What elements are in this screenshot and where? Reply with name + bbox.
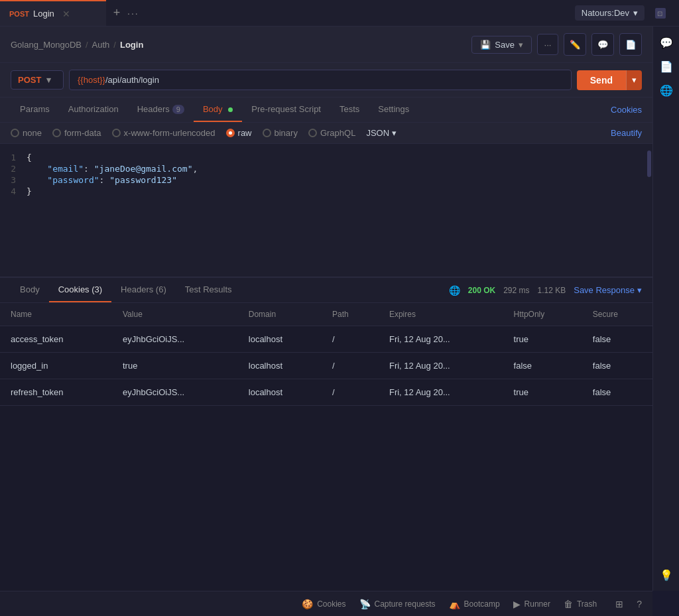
body-options: none form-data x-www-form-urlencoded raw… (0, 123, 652, 144)
tab-authorization[interactable]: Authorization (59, 97, 128, 122)
table-row[interactable]: refresh_token eyJhbGciOiJS... localhost … (0, 379, 652, 406)
body-options-list: none form-data x-www-form-urlencoded raw… (11, 128, 397, 138)
cell-domain-3: localhost (238, 379, 322, 406)
edit-button[interactable]: ✏️ (564, 33, 586, 56)
option-form-data[interactable]: form-data (52, 128, 101, 138)
request-tabs: Params Authorization Headers9 Body Pre-r… (0, 97, 652, 123)
body-dot-indicator (228, 107, 233, 112)
grid-icon: ⊞ (615, 599, 623, 609)
send-label: Send (590, 75, 613, 86)
option-graphql[interactable]: GraphQL (308, 128, 355, 138)
breadcrumb-part-2[interactable]: Auth (92, 40, 110, 50)
workspace-selector[interactable]: Natours:Dev ▾ (575, 5, 645, 21)
globe-icon: 🌐 (449, 285, 460, 296)
cell-name-1: access_token (0, 326, 112, 353)
table-row[interactable]: logged_in true localhost / Fri, 12 Aug 2… (0, 353, 652, 379)
tab-title: Login (33, 9, 54, 19)
cell-secure-3: false (582, 379, 652, 406)
sync-button[interactable]: ⊡ (650, 3, 671, 24)
breadcrumb-part-1[interactable]: Golang_MongoDB (11, 40, 82, 50)
send-dropdown-button[interactable]: ▾ (626, 70, 642, 90)
save-icon: 💾 (480, 40, 491, 50)
col-name: Name (0, 303, 112, 326)
history-button[interactable]: 📄 (619, 33, 642, 56)
capture-icon: 📡 (359, 599, 371, 609)
bottom-bootcamp[interactable]: ⛺ Bootcamp (449, 599, 500, 609)
sync-icon: ⊡ (655, 8, 666, 19)
res-tab-body[interactable]: Body (11, 278, 49, 302)
sidebar-doc-icon[interactable]: 📄 (656, 56, 677, 77)
editor-scrollbar-thumb (647, 151, 651, 177)
table-row[interactable]: access_token eyJhbGciOiJS... localhost /… (0, 326, 652, 353)
option-urlencoded[interactable]: x-www-form-urlencoded (112, 128, 216, 138)
radio-graphql-icon (308, 129, 317, 137)
url-field[interactable]: {{host}} /api/auth/login (69, 70, 572, 90)
tab-overflow-button[interactable]: ··· (127, 8, 139, 19)
tab-tests[interactable]: Tests (330, 97, 369, 122)
url-template-part: {{host}} (78, 75, 105, 85)
right-sidebar: 💬 📄 🌐 💡 (652, 27, 679, 591)
bottom-cookies[interactable]: 🍪 Cookies (302, 599, 345, 609)
cell-domain-1: localhost (238, 326, 322, 353)
tab-settings[interactable]: Settings (369, 97, 418, 122)
option-none[interactable]: none (11, 128, 42, 138)
radio-none-icon (11, 129, 19, 137)
cookies-icon: 🍪 (302, 599, 313, 609)
res-tab-test-results[interactable]: Test Results (176, 278, 241, 302)
cell-path-3: / (322, 379, 379, 406)
send-button[interactable]: Send (577, 70, 626, 90)
tab-close-icon[interactable]: ✕ (62, 9, 70, 19)
code-editor[interactable]: 1 { 2 "email": "janeDoe@gmail.com", 3 "p… (0, 144, 652, 277)
tab-body[interactable]: Body (194, 97, 242, 122)
cell-httponly-1: true (503, 326, 582, 353)
new-tab-button[interactable]: + (106, 3, 127, 24)
bottom-capture[interactable]: 📡 Capture requests (359, 599, 436, 609)
active-tab[interactable]: POST Login ✕ (0, 0, 106, 26)
comment-icon: 💬 (597, 40, 609, 50)
trash-icon: 🗑 (564, 599, 573, 609)
bottom-trash[interactable]: 🗑 Trash (564, 599, 597, 609)
main-layout: Golang_MongoDB / Auth / Login 💾 Save ▾ ·… (0, 27, 679, 616)
sidebar-chat-icon[interactable]: 💬 (656, 32, 677, 53)
document-icon: 📄 (625, 40, 637, 50)
code-line-1: 1 { (0, 152, 652, 163)
svg-text:⊡: ⊡ (657, 10, 662, 17)
res-tab-cookies[interactable]: Cookies (3) (49, 278, 111, 302)
sidebar-bulb-icon[interactable]: 💡 (656, 564, 677, 585)
url-bar: POST ▾ {{host}} /api/auth/login Send ▾ (0, 63, 652, 97)
json-format-selector[interactable]: JSON ▾ (366, 128, 397, 138)
beautify-button[interactable]: Beautify (611, 128, 642, 138)
more-options-button[interactable]: ··· (537, 34, 558, 55)
option-raw[interactable]: raw (226, 128, 252, 138)
radio-raw-icon (226, 129, 235, 137)
comment-button[interactable]: 💬 (591, 33, 614, 56)
bottom-bar: 🍪 Cookies 📡 Capture requests ⛺ Bootcamp … (0, 591, 652, 616)
tab-method: POST (9, 10, 29, 18)
tab-headers[interactable]: Headers9 (128, 97, 194, 122)
cell-secure-1: false (582, 326, 652, 353)
bottom-grid[interactable]: ⊞ (615, 599, 623, 609)
cell-expires-3: Fri, 12 Aug 20... (379, 379, 503, 406)
cell-path-1: / (322, 326, 379, 353)
table-header: Name Value Domain Path Expires HttpOnly … (0, 303, 652, 326)
pencil-icon: ✏️ (570, 40, 581, 50)
cell-name-3: refresh_token (0, 379, 112, 406)
save-button[interactable]: 💾 Save ▾ (471, 36, 532, 54)
table-header-row: Name Value Domain Path Expires HttpOnly … (0, 303, 652, 326)
bottom-runner-label: Runner (525, 599, 550, 609)
tab-params[interactable]: Params (11, 97, 59, 122)
bottom-help[interactable]: ? (637, 599, 642, 609)
save-response-button[interactable]: Save Response ▾ (574, 285, 642, 295)
send-group: Send ▾ (577, 70, 642, 90)
res-tab-headers[interactable]: Headers (6) (111, 278, 176, 302)
bottom-runner[interactable]: ▶ Runner (513, 599, 550, 609)
option-binary[interactable]: binary (263, 128, 298, 138)
cookies-link[interactable]: Cookies (611, 105, 642, 115)
help-icon: ? (637, 599, 642, 609)
cell-httponly-2: false (503, 353, 582, 379)
response-size: 1.12 KB (538, 286, 566, 295)
sidebar-globe-icon[interactable]: 🌐 (656, 80, 677, 101)
tab-pre-request-script[interactable]: Pre-request Script (242, 97, 330, 122)
method-selector[interactable]: POST ▾ (11, 70, 64, 90)
editor-scrollbar[interactable] (647, 144, 651, 277)
